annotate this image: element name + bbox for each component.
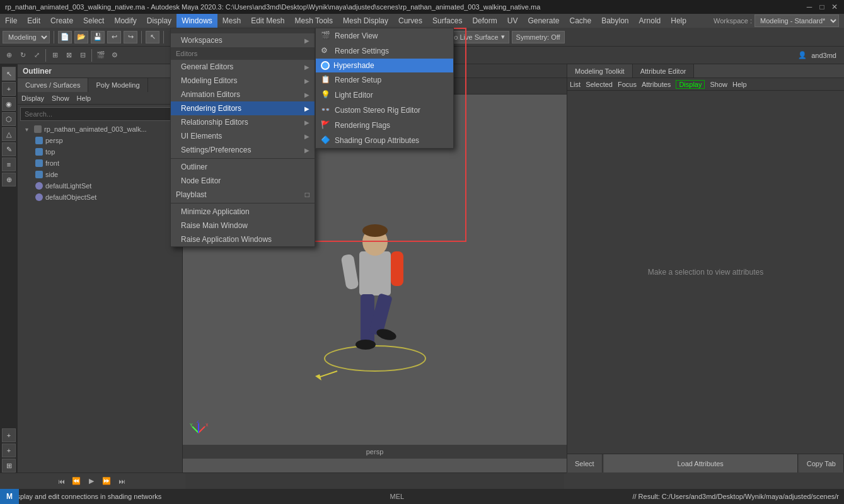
submenu-hypershade[interactable]: Hypershade [316, 59, 453, 72]
menu-create[interactable]: Create [45, 14, 78, 28]
outliner-top[interactable]: top [30, 146, 180, 158]
workspace-select[interactable]: Modeling - Standard* [754, 14, 839, 27]
symmetry-btn[interactable]: Symmetry: Off [512, 31, 565, 43]
menu-file[interactable]: File [0, 14, 22, 28]
dropdown-minimize-app[interactable]: Minimize Application [171, 205, 315, 219]
step-back-btn[interactable]: ⏪ [70, 475, 83, 488]
open-file-btn[interactable]: 📂 [74, 31, 88, 43]
menu-babylon[interactable]: Babylon [596, 14, 633, 28]
live-surface-btn[interactable]: No Live Surface ▾ [444, 31, 509, 43]
menu-windows[interactable]: Windows [176, 14, 217, 28]
dropdown-node-editor[interactable]: Node Editor [171, 174, 315, 188]
menu-generate[interactable]: Generate [523, 14, 564, 28]
dropdown-raise-main[interactable]: Raise Main Window [171, 219, 315, 232]
maximize-button[interactable]: □ [818, 3, 826, 11]
dropdown-general-editors[interactable]: General Editors ▶ [171, 60, 315, 74]
minimize-button[interactable]: ─ [805, 3, 814, 11]
menu-surfaces[interactable]: Surfaces [427, 14, 467, 28]
bottom-tool1[interactable]: + [2, 428, 16, 442]
outliner-side[interactable]: side [30, 169, 180, 180]
dropdown-modeling-editors[interactable]: Modeling Editors ▶ [171, 74, 315, 88]
outliner-default-object-set[interactable]: defaultObjectSet [30, 192, 180, 203]
redo-btn[interactable]: ↪ [124, 31, 137, 43]
right-menu-display[interactable]: Display [676, 80, 705, 89]
submenu-shading-group[interactable]: 🔷 Shading Group Attributes [316, 133, 453, 148]
menu-modify[interactable]: Modify [109, 14, 141, 28]
dropdown-playblast[interactable]: Playblast □ [171, 188, 315, 202]
render-settings-btn[interactable]: ⚙ [108, 49, 121, 62]
step-fwd-btn[interactable]: ⏩ [100, 475, 113, 488]
menu-mesh-tools[interactable]: Mesh Tools [290, 14, 338, 28]
outliner-tab-curves[interactable]: Curves / Surfaces [18, 78, 88, 92]
right-menu-help[interactable]: Help [732, 81, 747, 88]
dropdown-settings-prefs[interactable]: Settings/Preferences ▶ [171, 143, 315, 157]
load-attributes-btn[interactable]: Load Attributes [604, 454, 798, 472]
snap-btn3[interactable]: ⊟ [76, 49, 89, 62]
outliner-menu-show[interactable]: Show [48, 92, 73, 104]
dropdown-relationship-editors[interactable]: Relationship Editors ▶ [171, 115, 315, 129]
close-button[interactable]: ✕ [830, 3, 839, 11]
select-tool-btn[interactable]: ↖ [2, 67, 16, 81]
menu-uv[interactable]: UV [502, 14, 523, 28]
tool3-btn[interactable]: ◉ [2, 97, 16, 111]
rotate-tool-btn[interactable]: ↻ [16, 49, 29, 62]
tool2-btn[interactable]: + [2, 82, 16, 96]
submenu-custom-stereo[interactable]: 👓 Custom Stereo Rig Editor [316, 103, 453, 118]
outliner-root-item[interactable]: ▾ rp_nathan_animated_003_walk... [20, 123, 180, 135]
dropdown-outliner[interactable]: Outliner [171, 160, 315, 174]
move-tool-btn[interactable]: ⊕ [3, 49, 15, 62]
copy-tab-btn[interactable]: Copy Tab [799, 454, 844, 472]
tool5-btn[interactable]: △ [2, 127, 16, 141]
save-file-btn[interactable]: 💾 [91, 31, 105, 43]
menu-mesh[interactable]: Mesh [217, 14, 246, 28]
tool6-btn[interactable]: ✎ [2, 142, 16, 156]
select-tool[interactable]: ↖ [146, 31, 159, 43]
tab-modeling-toolkit[interactable]: Modeling Toolkit [567, 64, 633, 77]
dropdown-ui-elements[interactable]: UI Elements ▶ [171, 129, 315, 143]
outliner-persp[interactable]: persp [30, 135, 180, 146]
tool4-btn[interactable]: ⬡ [2, 112, 16, 126]
menu-deform[interactable]: Deform [467, 14, 502, 28]
outliner-default-light-set[interactable]: defaultLightSet [30, 180, 180, 192]
dropdown-animation-editors[interactable]: Animation Editors ▶ [171, 88, 315, 101]
tool8-btn[interactable]: ⊕ [2, 173, 16, 186]
right-menu-focus[interactable]: Focus [618, 81, 637, 88]
submenu-rendering-flags[interactable]: 🚩 Rendering Flags [316, 118, 453, 133]
undo-btn[interactable]: ↩ [107, 31, 121, 43]
outliner-menu-help[interactable]: Help [73, 92, 95, 104]
right-menu-attributes[interactable]: Attributes [642, 81, 671, 88]
menu-help[interactable]: Help [666, 14, 691, 28]
play-back-btn[interactable]: ⏮ [55, 475, 67, 488]
dropdown-rendering-editors[interactable]: Rendering Editors ▶ [171, 101, 315, 115]
dropdown-raise-app-windows[interactable]: Raise Application Windows [171, 232, 315, 246]
outliner-search[interactable] [20, 107, 180, 121]
submenu-render-view[interactable]: 🎬 Render View [316, 28, 453, 43]
menu-select[interactable]: Select [78, 14, 109, 28]
menu-display[interactable]: Display [142, 14, 176, 28]
right-menu-show[interactable]: Show [710, 81, 727, 88]
render-region-btn[interactable]: 🎬 [95, 49, 107, 62]
tool7-btn[interactable]: ≡ [2, 158, 16, 171]
right-menu-selected[interactable]: Selected [586, 81, 613, 88]
snap-btn2[interactable]: ⊠ [62, 49, 75, 62]
grid-btn[interactable]: ⊞ [2, 459, 16, 472]
new-file-btn[interactable]: 📄 [58, 31, 72, 43]
menu-mesh-display[interactable]: Mesh Display [338, 14, 393, 28]
menu-cache[interactable]: Cache [564, 14, 596, 28]
outliner-menu-display[interactable]: Display [18, 92, 48, 104]
menu-edit[interactable]: Edit [22, 14, 45, 28]
bottom-tool2[interactable]: + [2, 444, 16, 457]
outliner-tab-poly[interactable]: Poly Modeling [88, 78, 147, 92]
play-btn[interactable]: ▶ [85, 475, 98, 488]
mode-select[interactable]: Modeling [3, 31, 50, 43]
submenu-render-settings[interactable]: ⚙ Render Settings [316, 43, 453, 59]
dropdown-workspaces[interactable]: Workspaces ▶ [171, 33, 315, 47]
play-fwd-btn[interactable]: ⏭ [115, 475, 128, 488]
snap-btn1[interactable]: ⊞ [49, 49, 61, 62]
right-menu-list[interactable]: List [570, 81, 581, 88]
scale-tool-btn[interactable]: ⤢ [30, 49, 43, 62]
select-btn[interactable]: Select [567, 454, 603, 472]
menu-edit-mesh[interactable]: Edit Mesh [246, 14, 289, 28]
playblast-checkbox[interactable]: □ [305, 190, 309, 199]
outliner-front[interactable]: front [30, 158, 180, 169]
